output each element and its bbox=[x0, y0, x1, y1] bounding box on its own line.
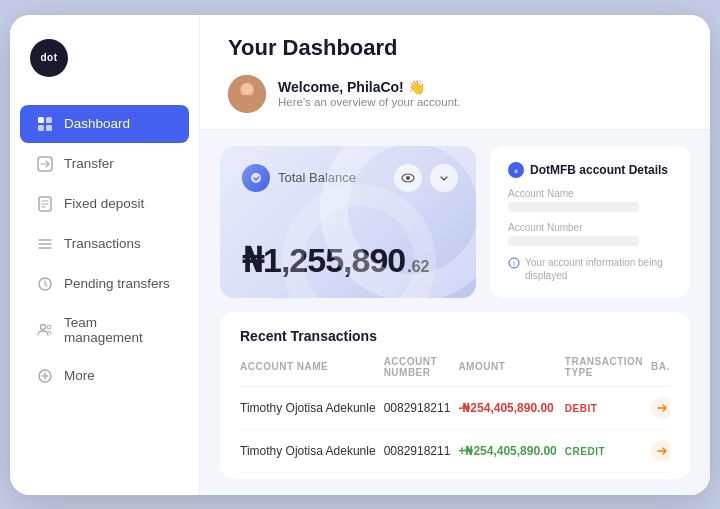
transfer-label: Transfer bbox=[64, 156, 114, 171]
sidebar-nav: Dashboard Transfer bbox=[10, 105, 199, 479]
balance-amount: ₦1,255,890 .62 bbox=[242, 240, 454, 280]
sidebar-item-fixed-deposit[interactable]: Fixed deposit bbox=[20, 185, 189, 223]
sidebar-logo: dot bbox=[10, 39, 199, 105]
row1-amount: -₦254,405,890.00 bbox=[458, 386, 564, 429]
row2-account-number: 0082918211 bbox=[384, 429, 459, 472]
main-content: Your Dashboard Welcome, PhilaCo! 👋 Here'… bbox=[200, 15, 710, 495]
sidebar-item-more[interactable]: More bbox=[20, 357, 189, 395]
balance-icon bbox=[242, 164, 270, 192]
svg-rect-0 bbox=[38, 117, 44, 123]
account-card-title: d DotMFB account Details bbox=[508, 162, 672, 178]
sidebar-item-pending-transfers[interactable]: Pending transfers bbox=[20, 265, 189, 303]
col-amount: Amount bbox=[458, 356, 564, 387]
account-number-field: Account Number bbox=[508, 222, 672, 246]
row2-type: CREDIT bbox=[565, 429, 651, 472]
balance-cents: .62 bbox=[407, 258, 429, 276]
balance-main: ₦1,255,890 bbox=[242, 240, 405, 280]
table-row: Timothy Ojotisa Adekunle 0082918211 +₦25… bbox=[240, 429, 670, 472]
col-transaction-type: Transaction Type bbox=[565, 356, 651, 387]
transactions-table: Account Name Account Number Amount Trans… bbox=[240, 356, 670, 473]
welcome-text: Welcome, PhilaCo! 👋 Here's an overview o… bbox=[278, 79, 460, 108]
welcome-subtitle: Here's an overview of your account. bbox=[278, 96, 460, 108]
table-header: Account Name Account Number Amount Trans… bbox=[240, 356, 670, 387]
balance-label: Total Balance bbox=[278, 170, 356, 185]
sidebar: dot Dashboard bbox=[10, 15, 200, 495]
pending-transfers-icon bbox=[36, 275, 54, 293]
svg-point-20 bbox=[235, 95, 259, 111]
transactions-table-wrapper: Account Name Account Number Amount Trans… bbox=[240, 356, 670, 473]
transfer-icon bbox=[36, 155, 54, 173]
avatar bbox=[228, 75, 266, 113]
svg-point-23 bbox=[406, 176, 410, 180]
col-account-number: Account Number bbox=[384, 356, 459, 387]
svg-rect-2 bbox=[38, 125, 44, 131]
row2-action-arrow[interactable] bbox=[651, 440, 670, 462]
sidebar-item-dashboard[interactable]: Dashboard bbox=[20, 105, 189, 143]
eye-icon[interactable] bbox=[394, 164, 422, 192]
account-note: i Your account information being display… bbox=[508, 256, 672, 282]
row1-action-arrow[interactable] bbox=[651, 397, 670, 419]
svg-rect-1 bbox=[46, 117, 52, 123]
table-row: Timothy Ojotisa Adekunle 0082918211 -₦25… bbox=[240, 386, 670, 429]
welcome-title: Welcome, PhilaCo! 👋 bbox=[278, 79, 460, 95]
dashboard-icon bbox=[36, 115, 54, 133]
fixed-deposit-label: Fixed deposit bbox=[64, 196, 144, 211]
dot-mfb-icon: d bbox=[508, 162, 524, 178]
sidebar-item-transactions[interactable]: Transactions bbox=[20, 225, 189, 263]
account-name-label: Account Name bbox=[508, 188, 672, 199]
team-management-icon bbox=[36, 321, 54, 339]
account-number-value bbox=[508, 236, 639, 246]
balance-card: Total Balance bbox=[220, 146, 476, 298]
row2-action bbox=[651, 429, 670, 472]
svg-point-13 bbox=[41, 324, 46, 329]
row1-action bbox=[651, 386, 670, 429]
dashboard-label: Dashboard bbox=[64, 116, 130, 131]
svg-text:i: i bbox=[513, 260, 515, 267]
row2-account-name: Timothy Ojotisa Adekunle bbox=[240, 429, 384, 472]
svg-point-14 bbox=[47, 325, 51, 329]
col-account-name: Account Name bbox=[240, 356, 384, 387]
sidebar-item-transfer[interactable]: Transfer bbox=[20, 145, 189, 183]
transactions-icon bbox=[36, 235, 54, 253]
account-number-label: Account Number bbox=[508, 222, 672, 233]
pending-transfers-label: Pending transfers bbox=[64, 276, 170, 291]
row1-account-number: 0082918211 bbox=[384, 386, 459, 429]
row1-type-badge: DEBIT bbox=[565, 403, 598, 414]
transactions-section: Recent Transactions Account Name Account… bbox=[220, 312, 690, 479]
logo-icon: dot bbox=[30, 39, 68, 77]
svg-point-21 bbox=[241, 83, 253, 95]
more-label: More bbox=[64, 368, 95, 383]
balance-actions bbox=[394, 164, 458, 192]
more-icon bbox=[36, 367, 54, 385]
svg-rect-3 bbox=[46, 125, 52, 131]
transactions-title: Recent Transactions bbox=[240, 328, 670, 344]
row2-type-badge: CREDIT bbox=[565, 446, 605, 457]
account-card-title-text: DotMFB account Details bbox=[530, 163, 668, 177]
fixed-deposit-icon bbox=[36, 195, 54, 213]
transactions-label: Transactions bbox=[64, 236, 141, 251]
chevron-down-icon[interactable] bbox=[430, 164, 458, 192]
row2-amount: +₦254,405,890.00 bbox=[458, 429, 564, 472]
main-body: Total Balance bbox=[200, 130, 710, 495]
account-note-text: Your account information being displayed bbox=[525, 256, 672, 282]
team-management-label: Team management bbox=[64, 315, 173, 345]
col-bank: Ba... bbox=[651, 356, 670, 387]
svg-text:d: d bbox=[514, 168, 517, 174]
device-frame: dot Dashboard bbox=[10, 15, 710, 495]
page-title: Your Dashboard bbox=[228, 35, 682, 61]
row1-account-name: Timothy Ojotisa Adekunle bbox=[240, 386, 384, 429]
account-details-card: d DotMFB account Details Account Name Ac… bbox=[490, 146, 690, 298]
account-name-field: Account Name bbox=[508, 188, 672, 212]
table-body: Timothy Ojotisa Adekunle 0082918211 -₦25… bbox=[240, 386, 670, 472]
main-header: Your Dashboard Welcome, PhilaCo! 👋 Here'… bbox=[200, 15, 710, 130]
account-name-value bbox=[508, 202, 639, 212]
welcome-bar: Welcome, PhilaCo! 👋 Here's an overview o… bbox=[228, 75, 682, 113]
sidebar-item-team-management[interactable]: Team management bbox=[20, 305, 189, 355]
row1-type: DEBIT bbox=[565, 386, 651, 429]
cards-row: Total Balance bbox=[220, 146, 690, 298]
